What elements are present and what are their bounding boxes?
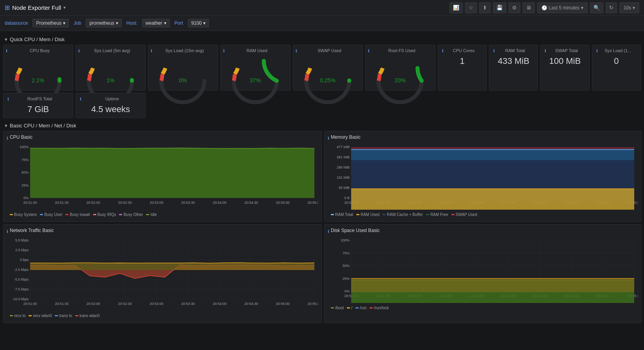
refresh-dropdown-arrow: ▾ (633, 5, 635, 11)
svg-text:20:53:30: 20:53:30 (181, 201, 195, 205)
gauge-title-2: Sys Load (15m avg) (154, 48, 215, 53)
legend-item: Idle (146, 212, 157, 217)
mem-legend: RAM TotalRAM UsedRAM Cache + BufferRAM F… (328, 211, 638, 218)
section1-title: Quick CPU / Mem / Disk (10, 36, 65, 42)
datasource-select[interactable]: Prometheus ▾ (32, 19, 69, 27)
save-button[interactable]: 💾 (493, 2, 506, 13)
refresh-button[interactable]: ↻ (606, 2, 617, 13)
gauge-title-0: CPU Busy (9, 48, 70, 53)
gauge-panel-5: ℹRoot FS Used20% (365, 45, 435, 91)
stat-value-2: 100 MiB (545, 56, 585, 66)
legend-item: / (347, 306, 352, 310)
gauge-info-icon-3[interactable]: ℹ (223, 49, 225, 53)
svg-text:20:54:00: 20:54:00 (213, 302, 226, 306)
svg-text:286 MiB: 286 MiB (337, 165, 350, 169)
stat-info-icon-4[interactable]: ℹ (7, 97, 9, 101)
stat-panel-1: ℹ RAM Total 433 MiB (489, 45, 538, 91)
svg-text:20:51:00: 20:51:00 (23, 302, 37, 306)
dropdown-arrow[interactable]: ▾ (63, 5, 66, 10)
host-select[interactable]: weather ▾ (142, 19, 170, 27)
clock-icon: 🕐 (541, 5, 547, 11)
share-button[interactable]: ⬆ (479, 2, 491, 13)
share-icon: ⬆ (483, 5, 487, 11)
stat-title-4: RootFS Total (11, 96, 69, 101)
monitor-button[interactable]: 🖥 (523, 2, 535, 13)
gauge-info-icon-0[interactable]: ℹ (6, 49, 7, 53)
svg-text:-7.5 kbps: -7.5 kbps (14, 287, 29, 291)
stat-info-icon-0[interactable]: ℹ (442, 49, 444, 53)
mem-chart-area: 477 MiB381 MiB286 MiB191 MiB95 MiB0 B20:… (328, 143, 638, 211)
svg-text:25%: 25% (343, 277, 350, 281)
cpu-chart-svg: 100%75%50%25%0%20:51:0020:51:3020:52:002… (7, 143, 318, 210)
section2-header[interactable]: ▾ Basic CPU / Mem / Net / Disk (3, 120, 641, 131)
stat-title-row-4: ℹ RootFS Total (7, 96, 69, 101)
port-select[interactable]: 9100 ▾ (188, 19, 209, 27)
net-chart-svg: 5.0 kbps2.5 kbps0 bps-2.5 kbps-5.0 kbps-… (7, 236, 318, 311)
time-picker[interactable]: 🕐 Last 5 minutes ▾ (537, 2, 588, 13)
stat-info-icon-2[interactable]: ℹ (545, 49, 546, 53)
stat-title-3: Sys Load (1... (599, 48, 637, 53)
stat-value-3: 0 (596, 56, 637, 66)
gauge-svg-4: 0.25% (302, 54, 353, 88)
dashboard: ▾ Quick CPU / Mem / Disk ℹCPU Busy2.1%ℹS… (0, 31, 644, 328)
stat-title-row-2: ℹ SWAP Total (545, 48, 585, 53)
svg-text:0%: 0% (345, 289, 350, 293)
svg-text:0 bps: 0 bps (20, 258, 29, 262)
net-title-row: ℹ Network Traffic Basic (7, 228, 318, 235)
job-value: prometheus (89, 20, 114, 26)
stat-title-row-5: ℹ Uptime (80, 96, 141, 101)
svg-text:20:55:00: 20:55:00 (276, 302, 290, 306)
net-chart-title: Network Traffic Basic (10, 228, 54, 233)
graph-icon: 📊 (453, 5, 459, 11)
section1-chevron: ▾ (5, 36, 7, 42)
section1-header[interactable]: ▾ Quick CPU / Mem / Disk (3, 34, 641, 45)
gauge-info-icon-5[interactable]: ℹ (368, 49, 370, 53)
stat-info-icon-1[interactable]: ℹ (493, 49, 495, 53)
stat-title-0: CPU Cores (445, 48, 482, 53)
legend-item: /run/lock (370, 306, 389, 310)
gauge-info-icon-1[interactable]: ℹ (78, 49, 80, 53)
gauge-title-row-1: ℹSys Load (5m avg) (78, 48, 143, 53)
refresh-icon: ↻ (609, 5, 613, 11)
job-select[interactable]: prometheus ▾ (86, 19, 121, 27)
stat-info-icon-5[interactable]: ℹ (80, 97, 81, 101)
cpu-info-icon[interactable]: ℹ (7, 136, 8, 140)
svg-text:20:52:00: 20:52:00 (87, 201, 100, 205)
gauge-row: ℹCPU Busy2.1%ℹSys Load (5m avg)1%ℹSys Lo… (3, 45, 641, 118)
svg-text:0%: 0% (179, 77, 187, 83)
stat-panel-4: ℹ RootFS Total 7 GiB (3, 93, 73, 118)
gauge-info-icon-4[interactable]: ℹ (296, 49, 297, 53)
svg-text:0.25%: 0.25% (320, 77, 336, 83)
settings-button[interactable]: ⚙ (509, 2, 520, 13)
chart-row-2: ℹ Network Traffic Basic 5.0 kbps2.5 kbps… (3, 224, 641, 323)
stat-info-icon-3[interactable]: ℹ (596, 49, 598, 53)
refresh-interval[interactable]: 10s ▾ (619, 2, 639, 13)
gauge-info-icon-2[interactable]: ℹ (151, 49, 152, 53)
svg-text:37%: 37% (250, 77, 261, 83)
svg-text:20:54:30: 20:54:30 (244, 201, 258, 205)
net-chart-area: 5.0 kbps2.5 kbps0 bps-2.5 kbps-5.0 kbps-… (7, 236, 318, 312)
gauge-title-row-0: ℹCPU Busy (6, 48, 70, 53)
graph-button[interactable]: 📊 (449, 2, 463, 13)
gauge-svg-2: 0% (157, 54, 208, 88)
port-label: Port (175, 20, 183, 26)
net-basic-panel: ℹ Network Traffic Basic 5.0 kbps2.5 kbps… (3, 224, 322, 323)
svg-text:20:52:00: 20:52:00 (87, 302, 100, 306)
net-info-icon[interactable]: ℹ (7, 229, 8, 234)
port-arrow: ▾ (203, 20, 206, 26)
svg-text:-10.0 kbps: -10.0 kbps (12, 297, 29, 301)
mem-info-icon[interactable]: ℹ (328, 136, 329, 140)
gauge-panel-2: ℹSys Load (15m avg)0% (148, 45, 218, 91)
net-legend: recv lorecv wlan0trans lotrans wlan0 (7, 312, 318, 319)
svg-text:191 MiB: 191 MiB (337, 176, 350, 180)
svg-text:381 MiB: 381 MiB (337, 155, 350, 159)
mem-chart-svg: 477 MiB381 MiB286 MiB191 MiB95 MiB0 B20:… (328, 143, 638, 210)
legend-item: SWAP Used (451, 212, 477, 217)
search-button[interactable]: 🔍 (590, 2, 603, 13)
disk-legend: /boot//run/run/lock (328, 304, 638, 312)
svg-text:20:51:30: 20:51:30 (55, 201, 69, 205)
svg-text:0 B: 0 B (344, 196, 350, 200)
topnav-right: 📊 ☆ ⬆ 💾 ⚙ 🖥 🕐 Last 5 minutes ▾ 🔍 ↻ 10s (449, 2, 639, 13)
star-button[interactable]: ☆ (465, 2, 477, 13)
disk-info-icon[interactable]: ℹ (328, 229, 329, 234)
